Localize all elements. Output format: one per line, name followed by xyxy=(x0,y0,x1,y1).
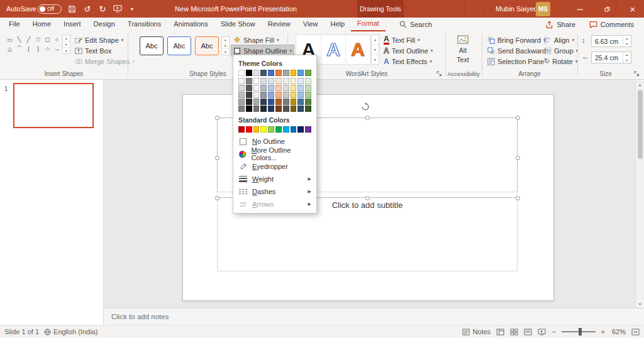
undo-button[interactable]: ↺ xyxy=(80,0,95,18)
shape-icon[interactable]: } xyxy=(33,44,43,53)
resize-handle[interactable] xyxy=(516,196,520,200)
color-swatch[interactable] xyxy=(260,85,267,91)
spin-up-icon[interactable]: ▴ xyxy=(623,52,631,58)
color-swatch[interactable] xyxy=(246,126,252,133)
color-swatch[interactable] xyxy=(253,99,260,105)
color-swatch[interactable] xyxy=(246,92,252,98)
tab-review[interactable]: Review xyxy=(262,18,297,31)
tab-transitions[interactable]: Transitions xyxy=(121,18,167,31)
color-swatch[interactable] xyxy=(253,85,260,91)
restore-button[interactable] xyxy=(595,0,620,18)
slide-indicator[interactable]: Slide 1 of 1 xyxy=(4,328,39,335)
color-swatch[interactable] xyxy=(305,78,311,84)
avatar[interactable]: MS xyxy=(536,2,550,16)
color-swatch[interactable] xyxy=(268,70,274,76)
color-swatch[interactable] xyxy=(275,92,282,98)
group-button[interactable]: Group ▾ xyxy=(542,45,580,56)
shape-icon[interactable]: △ xyxy=(5,44,14,53)
color-swatch[interactable] xyxy=(297,70,304,76)
rotate-button[interactable]: ↻ Rotate ▾ xyxy=(542,56,579,67)
tab-format[interactable]: Format xyxy=(351,18,386,31)
color-swatch[interactable] xyxy=(246,99,252,105)
fit-to-window-button[interactable] xyxy=(631,329,640,335)
color-swatch[interactable] xyxy=(253,70,260,76)
tab-view[interactable]: View xyxy=(297,18,325,31)
start-slideshow-button[interactable] xyxy=(110,0,125,18)
shape-icon[interactable]: ▢ xyxy=(43,35,52,44)
tab-home[interactable]: Home xyxy=(26,18,57,31)
color-swatch[interactable] xyxy=(268,78,274,84)
color-swatch[interactable] xyxy=(260,92,267,98)
color-swatch[interactable] xyxy=(275,70,282,76)
color-swatch[interactable] xyxy=(260,99,267,105)
menu-item-dashes[interactable]: Dashes ▶ xyxy=(233,185,316,198)
autosave-toggle[interactable]: Off xyxy=(38,0,62,18)
color-swatch[interactable] xyxy=(283,126,289,133)
color-swatch[interactable] xyxy=(297,85,304,91)
tab-help[interactable]: Help xyxy=(324,18,351,31)
color-swatch[interactable] xyxy=(291,85,297,91)
gallery-more-icon[interactable]: ▾ xyxy=(222,48,229,55)
gallery-down-icon[interactable]: ▾ xyxy=(372,45,379,55)
shape-style-sample[interactable]: Abc xyxy=(140,36,164,55)
color-swatch[interactable] xyxy=(305,106,311,112)
close-button[interactable]: × xyxy=(621,0,644,18)
shape-icon[interactable]: ⌒ xyxy=(14,44,24,53)
color-swatch[interactable] xyxy=(238,92,245,98)
color-swatch[interactable] xyxy=(291,70,297,76)
color-swatch[interactable] xyxy=(305,70,311,76)
color-swatch[interactable] xyxy=(283,92,289,98)
color-swatch[interactable] xyxy=(238,70,245,76)
color-swatch[interactable] xyxy=(253,106,260,112)
language-button[interactable]: English (India) xyxy=(44,328,97,335)
color-swatch[interactable] xyxy=(253,78,260,84)
spin-down-icon[interactable]: ▾ xyxy=(623,58,631,63)
edit-shape-button[interactable]: Edit Shape ▾ xyxy=(73,35,125,45)
text-fill-button[interactable]: A Text Fill ▾ xyxy=(382,35,421,45)
merge-shapes-button[interactable]: Merge Shapes ▾ xyxy=(73,56,136,67)
zoom-slider-thumb[interactable] xyxy=(579,328,582,335)
tab-insert[interactable]: Insert xyxy=(57,18,87,31)
color-swatch[interactable] xyxy=(253,126,260,133)
color-swatch[interactable] xyxy=(268,126,274,133)
zoom-level[interactable]: 62% xyxy=(611,328,626,335)
color-swatch[interactable] xyxy=(268,85,274,91)
wordart-dialog-launcher[interactable] xyxy=(436,71,442,77)
menu-item-eyedropper[interactable]: Eyedropper xyxy=(233,160,316,173)
color-swatch[interactable] xyxy=(283,85,289,91)
zoom-out-button[interactable]: − xyxy=(552,328,555,335)
shape-icon[interactable]: ○ xyxy=(52,35,62,44)
gallery-up-icon[interactable]: ▴ xyxy=(63,35,70,41)
scroll-down-icon[interactable]: ▾ xyxy=(636,299,644,308)
notes-pane[interactable]: Click to add notes xyxy=(104,308,644,325)
shape-icon[interactable]: ▭ xyxy=(5,35,14,44)
resize-handle[interactable] xyxy=(516,116,520,120)
user-name[interactable]: Mubin Saiyed xyxy=(496,0,538,18)
color-swatch[interactable] xyxy=(260,70,267,76)
shape-icon[interactable]: → xyxy=(52,44,62,53)
color-swatch[interactable] xyxy=(238,126,245,133)
normal-view-button[interactable] xyxy=(496,329,504,335)
text-effects-button[interactable]: A Text Effects ▾ xyxy=(382,56,434,67)
spin-up-icon[interactable]: ▴ xyxy=(623,36,631,41)
color-swatch[interactable] xyxy=(246,85,252,91)
color-swatch[interactable] xyxy=(275,99,282,105)
color-swatch[interactable] xyxy=(275,85,282,91)
color-swatch[interactable] xyxy=(253,92,260,98)
scroll-up-icon[interactable]: ▴ xyxy=(636,80,644,89)
shape-style-sample[interactable]: Abc xyxy=(167,36,191,55)
resize-handle[interactable] xyxy=(365,116,370,120)
color-swatch[interactable] xyxy=(260,78,267,84)
resize-handle[interactable] xyxy=(215,116,219,120)
scrollbar-thumb[interactable] xyxy=(638,90,643,159)
rotate-handle[interactable] xyxy=(361,102,370,111)
zoom-slider[interactable] xyxy=(562,331,596,332)
comments-button[interactable]: Comments xyxy=(589,21,634,29)
minimize-button[interactable]: ─ xyxy=(567,0,592,18)
color-swatch[interactable] xyxy=(291,92,297,98)
color-swatch[interactable] xyxy=(305,85,311,91)
color-swatch[interactable] xyxy=(291,106,297,112)
wordart-sample[interactable]: A xyxy=(345,35,370,64)
color-swatch[interactable] xyxy=(275,126,282,133)
color-swatch[interactable] xyxy=(305,99,311,105)
